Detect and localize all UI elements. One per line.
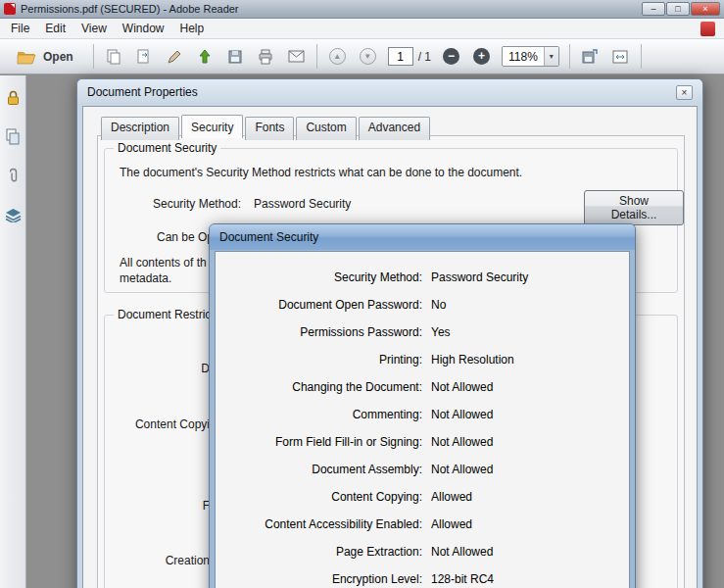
next-page-button[interactable]: ▼ <box>355 44 381 70</box>
pages-icon <box>6 128 21 145</box>
property-label: Encryption Level: <box>216 572 422 586</box>
fit-window-icon <box>612 49 628 65</box>
security-property-row: Form Field Fill-in or Signing: Not Allow… <box>216 428 629 456</box>
layers-icon <box>5 208 22 222</box>
envelope-icon <box>288 50 305 63</box>
zoom-in-button[interactable]: + <box>468 44 495 70</box>
tab-advanced[interactable]: Advanced <box>359 117 430 140</box>
restriction-label-fragment: F <box>98 499 210 513</box>
toolbar: Open <box>0 39 724 74</box>
page-export-button[interactable] <box>131 44 158 70</box>
security-property-row: Encryption Level: 128-bit RC4 <box>216 565 629 588</box>
menu-file[interactable]: File <box>3 20 37 37</box>
zoom-level-select[interactable]: 118% ▾ <box>502 46 559 67</box>
security-property-row: Content Copying: Allowed <box>216 483 629 511</box>
property-label: Form Field Fill-in or Signing: <box>216 435 422 449</box>
menu-help[interactable]: Help <box>172 20 213 37</box>
print-button[interactable] <box>253 44 279 70</box>
zoom-out-button[interactable]: − <box>438 44 464 70</box>
property-value: Not Allowed <box>431 435 493 449</box>
property-label: Changing the Document: <box>216 380 422 394</box>
encryption-note-line2: metadata. <box>120 271 171 285</box>
toolbar-separator <box>93 44 94 69</box>
document-properties-title: Document Properties <box>87 85 198 99</box>
window-title: Permissions.pdf (SECURED) - Adobe Reader <box>21 3 239 15</box>
tab-security[interactable]: Security <box>181 115 243 138</box>
document-security-title: Document Security <box>219 230 318 244</box>
security-property-row: Permissions Password: Yes <box>216 318 629 346</box>
property-label: Printing: <box>216 353 422 367</box>
security-property-row: Commenting: Not Allowed <box>216 401 629 428</box>
email-button[interactable] <box>283 44 310 70</box>
acrobat-badge-icon[interactable] <box>700 22 715 36</box>
security-property-row: Security Method: Password Security <box>216 264 629 291</box>
minus-circle-icon: − <box>443 48 459 65</box>
open-button[interactable]: Open <box>8 44 82 70</box>
maximize-button[interactable]: □ <box>666 2 690 16</box>
property-value: Not Allowed <box>431 545 493 559</box>
tab-custom[interactable]: Custom <box>296 117 356 140</box>
page-copy-button[interactable] <box>101 44 127 70</box>
property-label: Permissions Password: <box>216 325 422 339</box>
toolbar-separator <box>641 44 642 69</box>
page-number-input[interactable] <box>388 47 413 66</box>
document-security-titlebar[interactable]: Document Security <box>210 224 635 250</box>
property-label: Content Copying: <box>216 490 422 504</box>
pdf-file-icon <box>4 3 16 15</box>
zoom-level-value: 118% <box>503 50 544 64</box>
dialog-close-icon[interactable]: × <box>676 85 693 100</box>
floppy-arrow-icon <box>582 49 598 65</box>
property-value: Allowed <box>431 517 472 531</box>
document-restrictions-group-title: Document Restricti <box>114 308 220 321</box>
document-properties-titlebar[interactable]: Document Properties × <box>77 79 702 105</box>
caption-buttons: – □ × <box>642 2 720 16</box>
minimize-button[interactable]: – <box>642 2 665 16</box>
page-export-icon <box>136 49 152 65</box>
document-security-body: Security Method: Password Security Docum… <box>215 251 630 588</box>
property-label: Document Assembly: <box>216 463 422 476</box>
property-value: Not Allowed <box>431 380 493 394</box>
previous-page-button[interactable]: ▲ <box>324 44 351 70</box>
navigation-pane <box>0 75 26 588</box>
open-button-label: Open <box>43 50 73 64</box>
open-folder-icon <box>17 49 37 65</box>
tab-fonts[interactable]: Fonts <box>245 117 294 140</box>
save-button[interactable] <box>222 44 249 70</box>
property-value: No <box>431 298 446 312</box>
property-label: Security Method: <box>216 270 422 284</box>
show-details-button[interactable]: Show Details... <box>584 190 684 225</box>
security-property-row: Document Open Password: No <box>216 291 629 318</box>
pen-icon <box>167 49 182 65</box>
security-method-label: Security Method: <box>153 197 241 211</box>
security-property-row: Page Extraction: Not Allowed <box>216 538 629 565</box>
menu-window[interactable]: Window <box>115 20 172 37</box>
security-method-value: Password Security <box>254 197 351 211</box>
up-arrow-circle-icon: ▲ <box>329 48 346 65</box>
restriction-label-fragment: Creation <box>98 554 210 567</box>
property-value: High Resolution <box>431 353 514 367</box>
property-value: Allowed <box>431 490 472 504</box>
tab-description[interactable]: Description <box>101 117 179 140</box>
layers-button[interactable] <box>2 204 24 225</box>
properties-tab-strip: Description Security Fonts Custom Advanc… <box>101 115 432 138</box>
property-value: 128-bit RC4 <box>431 572 494 586</box>
fit-window-button[interactable] <box>607 44 634 70</box>
attachments-button[interactable] <box>2 165 24 186</box>
menu-view[interactable]: View <box>73 20 115 37</box>
security-panel-button[interactable] <box>2 86 24 108</box>
restriction-label-fragment: D <box>98 362 210 375</box>
page-thumbnails-button[interactable] <box>2 125 24 147</box>
security-method-description: The document's Security Method restricts… <box>120 166 522 179</box>
property-label: Content Accessibility Enabled: <box>216 517 422 531</box>
sign-button[interactable] <box>162 44 188 70</box>
document-security-dialog: Document Security Security Method: Passw… <box>209 223 636 588</box>
close-button[interactable]: × <box>691 2 720 16</box>
document-security-group-title: Document Security <box>114 141 220 155</box>
menu-edit[interactable]: Edit <box>37 20 73 37</box>
share-upload-button[interactable] <box>192 44 218 70</box>
adobe-reader-window: Permissions.pdf (SECURED) - Adobe Reader… <box>0 0 724 588</box>
property-value: Not Allowed <box>431 463 493 476</box>
property-label: Commenting: <box>216 408 422 421</box>
save-copy-button[interactable] <box>577 44 603 70</box>
chevron-down-icon: ▾ <box>544 47 558 66</box>
